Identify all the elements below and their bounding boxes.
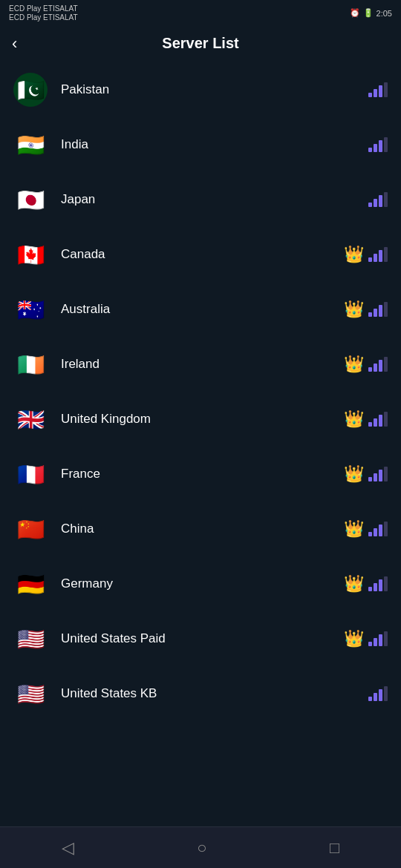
crown-icon-united-states-paid: 👑 — [344, 629, 364, 648]
carrier1-label: ECD Play ETISALAT — [9, 4, 78, 13]
flag-australia — [13, 292, 48, 326]
carrier-info: ECD Play ETISALAT ECD Play ETISALAT — [9, 4, 78, 22]
signal-bars-india — [368, 137, 388, 152]
country-name-japan: Japan — [61, 192, 368, 207]
server-item-canada[interactable]: Canada👑 — [0, 227, 401, 282]
crown-icon-china: 👑 — [344, 519, 364, 539]
country-name-china: China — [61, 522, 344, 536]
carrier2-label: ECD Play ETISALAT — [9, 13, 78, 22]
item-icons-pakistan — [368, 82, 388, 97]
server-item-japan[interactable]: Japan — [0, 172, 401, 227]
crown-icon-germany: 👑 — [344, 574, 364, 594]
time-label: 2:05 — [376, 9, 392, 18]
crown-icon-canada: 👑 — [344, 245, 364, 264]
server-item-united-kingdom[interactable]: United Kingdom👑 — [0, 392, 401, 447]
bottom-nav: ◁ ○ □ — [0, 826, 401, 868]
country-name-india: India — [61, 137, 368, 152]
battery-icon: 🔋 — [363, 8, 374, 18]
nav-back-button[interactable]: ◁ — [44, 832, 92, 864]
signal-bars-australia — [368, 302, 388, 317]
flag-pakistan — [13, 73, 48, 107]
signal-bars-united-states-kb — [368, 686, 388, 701]
header: ‹ Server List — [0, 24, 401, 62]
flag-france — [13, 457, 48, 491]
signal-bars-united-states-paid — [368, 631, 388, 646]
crown-icon-france: 👑 — [344, 464, 364, 484]
server-item-pakistan[interactable]: Pakistan — [0, 62, 401, 117]
status-bar: ECD Play ETISALAT ECD Play ETISALAT ⏰ 🔋 … — [0, 0, 401, 24]
page-title: Server List — [162, 35, 238, 52]
flag-japan — [13, 183, 48, 217]
country-name-canada: Canada — [61, 247, 344, 262]
item-icons-india — [368, 137, 388, 152]
nav-recent-button[interactable]: □ — [312, 832, 357, 864]
country-name-pakistan: Pakistan — [61, 82, 368, 97]
signal-bars-japan — [368, 192, 388, 207]
back-button[interactable]: ‹ — [12, 34, 17, 53]
flag-united-states-paid — [13, 622, 48, 656]
item-icons-japan — [368, 192, 388, 207]
country-name-united-states-paid: United States Paid — [61, 631, 344, 646]
item-icons-australia: 👑 — [344, 300, 388, 319]
alarm-icon: ⏰ — [350, 8, 360, 18]
server-item-germany[interactable]: Germany👑 — [0, 556, 401, 611]
signal-bars-canada — [368, 247, 388, 262]
flag-united-kingdom — [13, 402, 48, 436]
signal-bars-china — [368, 522, 388, 536]
server-item-united-states-kb[interactable]: United States KB — [0, 666, 401, 721]
crown-icon-australia: 👑 — [344, 300, 364, 319]
flag-united-states-kb — [13, 677, 48, 711]
flag-ireland — [13, 347, 48, 381]
signal-bars-pakistan — [368, 82, 388, 97]
server-item-india[interactable]: India — [0, 117, 401, 172]
country-name-ireland: Ireland — [61, 357, 344, 372]
signal-bars-united-kingdom — [368, 412, 388, 427]
item-icons-canada: 👑 — [344, 245, 388, 264]
flag-china — [13, 512, 48, 546]
signal-bars-ireland — [368, 357, 388, 372]
item-icons-ireland: 👑 — [344, 355, 388, 374]
flag-india — [13, 128, 48, 162]
server-list: PakistanIndiaJapanCanada👑Australia👑Irela… — [0, 62, 401, 729]
country-name-united-states-kb: United States KB — [61, 686, 368, 701]
nav-home-button[interactable]: ○ — [179, 832, 224, 864]
item-icons-germany: 👑 — [344, 574, 388, 594]
flag-germany — [13, 567, 48, 601]
server-item-australia[interactable]: Australia👑 — [0, 282, 401, 337]
server-item-united-states-paid[interactable]: United States Paid👑 — [0, 611, 401, 666]
country-name-australia: Australia — [61, 302, 344, 317]
country-name-france: France — [61, 467, 344, 481]
item-icons-united-states-paid: 👑 — [344, 629, 388, 648]
signal-bars-france — [368, 467, 388, 481]
server-item-france[interactable]: France👑 — [0, 447, 401, 502]
item-icons-france: 👑 — [344, 464, 388, 484]
signal-bars-germany — [368, 576, 388, 591]
country-name-united-kingdom: United Kingdom — [61, 412, 344, 427]
crown-icon-united-kingdom: 👑 — [344, 410, 364, 429]
item-icons-united-kingdom: 👑 — [344, 410, 388, 429]
item-icons-china: 👑 — [344, 519, 388, 539]
country-name-germany: Germany — [61, 576, 344, 591]
server-item-ireland[interactable]: Ireland👑 — [0, 337, 401, 392]
flag-canada — [13, 237, 48, 272]
server-item-china[interactable]: China👑 — [0, 502, 401, 556]
status-right: ⏰ 🔋 2:05 — [350, 8, 392, 18]
item-icons-united-states-kb — [368, 686, 388, 701]
crown-icon-ireland: 👑 — [344, 355, 364, 374]
